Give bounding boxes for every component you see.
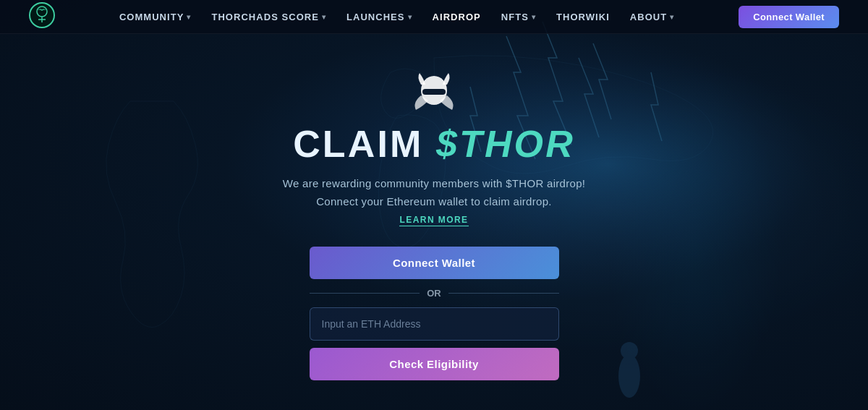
nav-links: COMMUNITY ▾ THORCHADS SCORE ▾ LAUNCHES ▾… — [119, 12, 674, 22]
nav-link-community-label: COMMUNITY — [119, 12, 184, 22]
nav-link-launches-label: LAUNCHES — [346, 12, 405, 22]
nav-item-airdrop[interactable]: AIRDROP — [433, 12, 481, 22]
hero-title-claim: CLAIM — [293, 123, 423, 165]
logo[interactable] — [29, 2, 55, 31]
hero-subtitle2: Connect your Ethereum wallet to claim ai… — [316, 195, 552, 208]
hero-title: CLAIM $THOR — [293, 125, 575, 163]
svg-rect-8 — [422, 89, 446, 95]
chevron-down-icon: ▾ — [532, 13, 536, 21]
nav-link-about[interactable]: ABOUT ▾ — [630, 12, 674, 22]
nav-item-thorwiki[interactable]: THORWIKI — [556, 12, 610, 22]
hero-logo — [412, 70, 456, 114]
nav-item-community[interactable]: COMMUNITY ▾ — [119, 12, 192, 22]
or-label: OR — [427, 288, 441, 299]
nav-link-nfts-label: NFTS — [501, 12, 529, 22]
navbar: COMMUNITY ▾ THORCHADS SCORE ▾ LAUNCHES ▾… — [0, 0, 868, 34]
nav-item-nfts[interactable]: NFTS ▾ — [501, 12, 536, 22]
chevron-down-icon: ▾ — [322, 13, 326, 21]
nav-link-community[interactable]: COMMUNITY ▾ — [119, 12, 192, 22]
nav-link-thorwiki[interactable]: THORWIKI — [556, 12, 610, 22]
nav-connect-wallet-button[interactable]: Connect Wallet — [739, 6, 839, 28]
hero-title-thor: $THOR — [436, 123, 575, 165]
thor-icon — [412, 70, 456, 114]
chevron-down-icon: ▾ — [187, 13, 191, 21]
nav-link-score[interactable]: THORCHADS SCORE ▾ — [211, 12, 326, 22]
chevron-down-icon: ▾ — [670, 13, 674, 21]
nav-link-airdrop-label: AIRDROP — [433, 12, 481, 22]
logo-icon — [29, 2, 55, 28]
nav-link-thorwiki-label: THORWIKI — [556, 12, 610, 22]
learn-more-link[interactable]: LEARN MORE — [399, 215, 468, 226]
hero-section: CLAIM $THOR We are rewarding community m… — [0, 34, 868, 380]
or-divider: OR — [310, 288, 559, 299]
eth-address-input[interactable] — [310, 307, 559, 341]
connect-wallet-main-button[interactable]: Connect Wallet — [310, 247, 559, 279]
nav-link-nfts[interactable]: NFTS ▾ — [501, 12, 536, 22]
nav-link-about-label: ABOUT — [630, 12, 667, 22]
nav-link-score-label: THORCHADS SCORE — [211, 12, 319, 22]
nav-item-about[interactable]: ABOUT ▾ — [630, 12, 674, 22]
check-eligibility-button[interactable]: Check Eligibility — [310, 348, 559, 380]
nav-link-launches[interactable]: LAUNCHES ▾ — [346, 12, 412, 22]
action-area: Connect Wallet OR Check Eligibility — [310, 247, 559, 380]
nav-link-airdrop[interactable]: AIRDROP — [433, 12, 481, 22]
nav-item-score[interactable]: THORCHADS SCORE ▾ — [211, 12, 326, 22]
nav-item-launches[interactable]: LAUNCHES ▾ — [346, 12, 412, 22]
hero-subtitle1: We are rewarding community members with … — [283, 177, 586, 189]
chevron-down-icon: ▾ — [408, 13, 412, 21]
